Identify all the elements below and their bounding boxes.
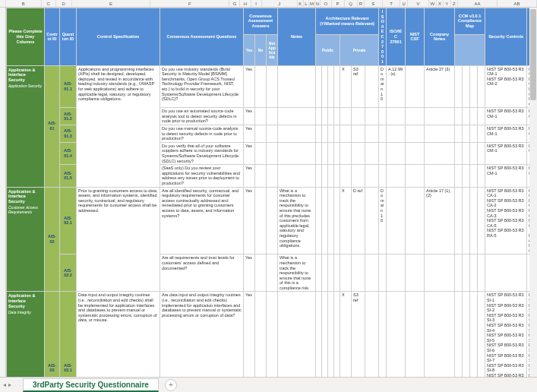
company-cell[interactable]: Article 17 (1), (2) [425, 187, 455, 254]
iso-cell[interactable] [379, 142, 387, 164]
arch-cell[interactable] [328, 292, 334, 377]
header-na[interactable]: Not Applicable [267, 34, 278, 65]
ccm-cell[interactable] [478, 65, 485, 108]
company-cell[interactable] [425, 254, 455, 292]
arch-cell[interactable] [316, 254, 322, 292]
nist-cell[interactable] [406, 108, 425, 125]
header-iso-2[interactable]: ISO/IEC 27001 [387, 8, 406, 66]
column-headers[interactable]: B C D E F G H I J K L M N O P Q R S T U … [0, 0, 537, 8]
arch-cell[interactable] [334, 254, 340, 292]
notes-cell[interactable] [278, 65, 316, 108]
na-cell[interactable] [267, 142, 278, 164]
na-cell[interactable] [267, 108, 278, 125]
arch-cell-2[interactable] [365, 108, 379, 125]
arch-cell[interactable] [322, 292, 328, 377]
ccm-cell[interactable] [455, 108, 463, 125]
yes-cell[interactable]: Yes [244, 165, 255, 187]
ccm-cell[interactable] [470, 108, 478, 125]
header-arch-rel[interactable]: Architecture Relevant (Y/Marked means Re… [316, 8, 379, 35]
ccm-cell[interactable] [478, 142, 485, 164]
map1-cell[interactable]: NIST SP 800-53 R3 CM-1 [485, 125, 527, 143]
arch-cell[interactable] [322, 65, 328, 108]
iso-cell-2[interactable] [387, 165, 406, 187]
arch-ref-cell[interactable] [352, 165, 365, 187]
iso-cell[interactable]: Domain 10 [379, 65, 387, 108]
question-cell[interactable]: Do you use industry standards (Build Sec… [160, 65, 244, 108]
arch-ref-cell[interactable] [352, 254, 365, 292]
nist-cell[interactable] [406, 165, 425, 187]
category-cell[interactable]: Application & Interface SecurityData Int… [7, 292, 45, 377]
iso-cell-2[interactable] [387, 292, 406, 377]
cells-grid[interactable]: Please Complete this Grey Columns Contro… [6, 8, 537, 377]
arch-cell[interactable] [328, 65, 334, 108]
iso-cell[interactable] [379, 165, 387, 187]
question-id-cell[interactable]: AIS-01.1 [60, 65, 77, 108]
question-cell[interactable]: Are data input and output integrity rout… [160, 292, 244, 377]
ccm-cell[interactable] [463, 165, 470, 187]
arch-x-cell[interactable]: X [340, 65, 352, 108]
ccm-cell[interactable] [478, 125, 485, 143]
arch-cell[interactable] [316, 292, 322, 377]
prev-sheet-icon[interactable]: ◂ [3, 381, 6, 388]
header-please-complete[interactable]: Please Complete this Grey Columns [7, 8, 45, 66]
table-row[interactable]: Application & Interface SecurityApplicat… [7, 65, 538, 108]
control-spec-cell[interactable]: Data input and output integrity routines… [77, 292, 160, 377]
header-yes[interactable]: Yes [244, 34, 255, 65]
header-notes[interactable]: Notes [278, 8, 316, 66]
arch-cell-2[interactable] [365, 125, 379, 143]
map1-cell[interactable]: NIST SP 800-53 R3 CA-1 NIST SP 800-53 R3… [485, 187, 527, 254]
question-cell[interactable]: Do you verify that all of your software … [160, 142, 244, 164]
vertical-scrollbar[interactable] [529, 8, 537, 377]
control-id-cell[interactable]: AIS-03 [45, 292, 60, 377]
yes-cell[interactable]: Yes [244, 125, 255, 143]
question-cell[interactable]: (SaaS only) Do you review your applicati… [160, 165, 244, 187]
notes-cell[interactable] [278, 142, 316, 164]
arch-cell[interactable] [334, 142, 340, 164]
notes-cell[interactable]: What is a mechanism to track the respons… [278, 187, 316, 254]
question-id-cell[interactable]: AIS-01.2 [60, 108, 77, 125]
header-control-id[interactable]: Control ID [45, 8, 60, 66]
sheet-tab-active[interactable]: 3rdParty Security Questionnaire [23, 378, 159, 392]
arch-cell[interactable] [322, 165, 328, 187]
map1-cell[interactable]: NIST SP 800-53 R3 CM-1 NIST SP 800-53 R3… [485, 65, 527, 108]
header-control-spec[interactable]: Control Specification [77, 8, 160, 66]
question-id-cell[interactable]: AIS-01.5 [60, 165, 77, 187]
arch-cell-2[interactable] [365, 187, 379, 254]
company-cell[interactable] [425, 165, 455, 187]
header-cmm-map[interactable]: CCM v3.0.1 Compliance Map [455, 8, 485, 35]
no-cell[interactable] [255, 108, 267, 125]
ccm-cell[interactable] [470, 142, 478, 164]
map1-cell[interactable]: NIST SP 800-53 R3 CM-1 [485, 165, 527, 187]
ccm-cell[interactable] [455, 165, 463, 187]
ccm-cell[interactable] [470, 125, 478, 143]
header-nistsf[interactable]: NIST CSF [406, 8, 425, 66]
question-id-cell[interactable]: AIS-01.3 [60, 125, 77, 143]
header-company[interactable]: Company Notes [425, 8, 455, 66]
iso-cell[interactable] [379, 108, 387, 125]
ccm-cell[interactable] [470, 292, 478, 377]
arch-cell[interactable] [328, 125, 334, 143]
no-cell[interactable] [255, 65, 267, 108]
arch-cell[interactable] [316, 165, 322, 187]
header-question-id[interactable]: Question ID [60, 8, 77, 66]
arch-cell-2[interactable] [365, 254, 379, 292]
arch-cell[interactable] [322, 187, 328, 254]
yes-cell[interactable]: Yes [244, 292, 255, 377]
arch-x-cell[interactable] [340, 254, 352, 292]
control-id-cell[interactable]: AIS-01 [45, 65, 60, 187]
category-cell[interactable]: Application & Interface SecurityCustomer… [7, 187, 45, 292]
table-row[interactable]: Application & Interface SecurityData Int… [7, 292, 538, 377]
arch-cell[interactable] [322, 254, 328, 292]
arch-cell[interactable] [334, 108, 340, 125]
arch-cell-2[interactable] [365, 165, 379, 187]
ccm-cell[interactable] [478, 254, 485, 292]
yes-cell[interactable]: Yes [244, 187, 255, 254]
nist-cell[interactable] [406, 187, 425, 254]
ccm-cell[interactable] [478, 165, 485, 187]
ccm-cell[interactable] [470, 65, 478, 108]
ccm-cell[interactable] [478, 108, 485, 125]
arch-ref-cell[interactable] [352, 142, 365, 164]
iso-cell[interactable] [379, 254, 387, 292]
notes-cell[interactable] [278, 125, 316, 143]
arch-cell[interactable] [334, 125, 340, 143]
